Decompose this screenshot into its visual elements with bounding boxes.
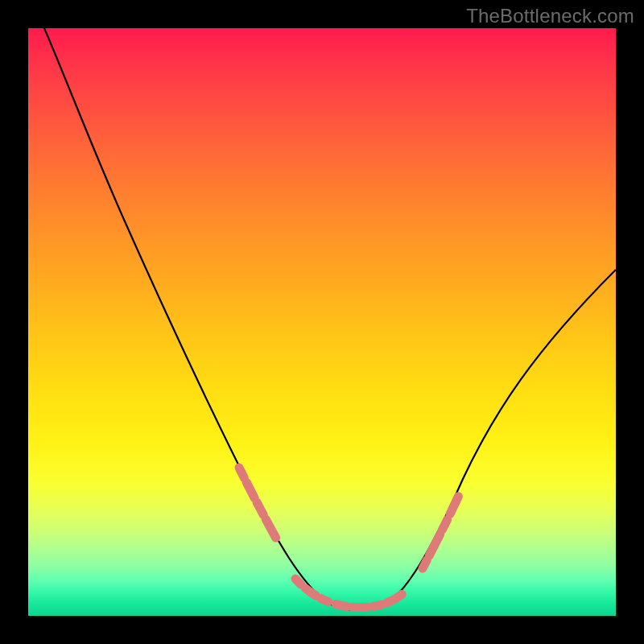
bottleneck-curve [28, 28, 616, 616]
highlight-bottom [295, 579, 408, 608]
watermark-text: TheBottleneck.com [466, 5, 634, 27]
chart-plot-area [28, 28, 616, 616]
curve-path [44, 28, 616, 610]
highlight-left [239, 468, 283, 550]
highlight-right [423, 481, 465, 568]
